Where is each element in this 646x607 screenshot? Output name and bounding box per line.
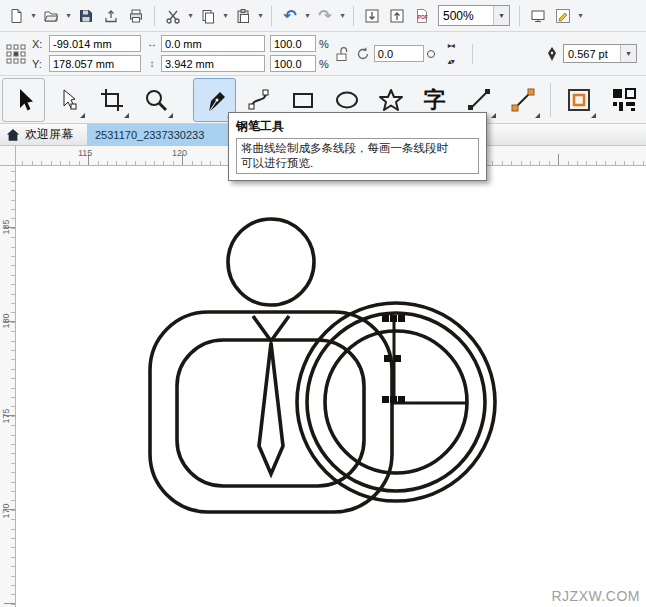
redo-button[interactable]: ↷ xyxy=(313,4,337,28)
open-folder-icon xyxy=(43,8,59,24)
drawing-artwork xyxy=(16,166,646,607)
mirror-group: ▸◂ ▴▾ xyxy=(440,39,462,68)
line-icon xyxy=(465,86,493,114)
propbar-separator xyxy=(472,44,473,64)
pick-arrow-icon xyxy=(10,86,38,114)
connector-tool[interactable] xyxy=(501,78,544,122)
lock-icon xyxy=(334,46,350,62)
object-width-field[interactable] xyxy=(161,35,265,52)
toolbar-separator xyxy=(519,6,520,26)
crop-icon xyxy=(98,86,126,114)
cut-button[interactable] xyxy=(161,4,185,28)
size-group: ↔ ↕ xyxy=(146,35,265,72)
share-button[interactable] xyxy=(99,4,123,28)
monitor-icon xyxy=(530,8,546,24)
ruler-tick-label: 185 xyxy=(1,212,15,242)
degree-icon xyxy=(427,50,435,58)
person-head-circle xyxy=(228,219,314,305)
shape-tool[interactable] xyxy=(46,78,89,122)
mirror-vertical-icon: ▴▾ xyxy=(448,57,454,66)
shape-edit-icon xyxy=(54,86,82,114)
tooltip-line-1: 将曲线绘制成多条线段，每画一条线段时 xyxy=(241,141,474,156)
cut-flyout-caret[interactable]: ▾ xyxy=(186,4,195,28)
vertical-ruler[interactable]: 185 180 175 170 xyxy=(0,166,16,607)
mirror-horizontal-button[interactable]: ▸◂ xyxy=(440,39,462,52)
undo-button[interactable]: ↶ xyxy=(278,4,302,28)
paste-icon xyxy=(235,8,251,24)
document-tab-label: 2531170_2337330233 xyxy=(95,129,204,141)
tooltip-line-2: 可以进行预览. xyxy=(241,156,474,171)
flyout-indicator xyxy=(491,113,496,118)
object-origin-widget[interactable] xyxy=(5,43,27,65)
save-button[interactable] xyxy=(74,4,98,28)
mirror-vertical-button[interactable]: ▴▾ xyxy=(440,55,462,68)
ruler-origin-corner[interactable] xyxy=(0,146,16,166)
object-height-icon: ↕ xyxy=(146,58,158,69)
tab-welcome-screen[interactable]: 欢迎屏幕 xyxy=(0,124,87,145)
magnifier-icon xyxy=(142,86,170,114)
x-label: X: xyxy=(32,38,46,50)
open-flyout-caret[interactable]: ▾ xyxy=(64,4,73,28)
outline-width-input[interactable] xyxy=(564,45,620,62)
drawing-canvas[interactable]: RJZXW.COM xyxy=(16,166,646,607)
object-height-field[interactable] xyxy=(161,55,265,72)
copy-button[interactable] xyxy=(196,4,220,28)
curve-icon xyxy=(245,86,273,114)
print-button[interactable] xyxy=(124,4,148,28)
redo-flyout-caret[interactable]: ▾ xyxy=(338,4,347,28)
outline-width-dropdown-caret[interactable]: ▾ xyxy=(620,45,636,62)
pen-nib-icon xyxy=(201,86,229,114)
qr-code-tool[interactable] xyxy=(602,78,645,122)
lock-ratio-button[interactable] xyxy=(334,46,350,62)
origin-grid-icon xyxy=(5,43,27,65)
rectangle-icon xyxy=(289,86,317,114)
new-document-icon xyxy=(8,8,24,24)
watermark-text: RJZXW.COM xyxy=(552,588,641,604)
import-button[interactable] xyxy=(360,4,384,28)
new-document-flyout-caret[interactable]: ▾ xyxy=(29,4,38,28)
toolbox-separator xyxy=(550,83,551,117)
zoom-tool[interactable] xyxy=(134,78,177,122)
paste-flyout-caret[interactable]: ▾ xyxy=(256,4,265,28)
scale-group: % % xyxy=(270,35,329,72)
pick-tool[interactable] xyxy=(2,78,45,122)
zoom-level-combo: ▾ xyxy=(438,5,510,26)
application-launcher-button[interactable] xyxy=(551,4,575,28)
ruler-tick-label: 115 xyxy=(78,148,92,158)
copy-flyout-caret[interactable]: ▾ xyxy=(221,4,230,28)
undo-flyout-caret[interactable]: ▾ xyxy=(303,4,312,28)
x-position-field[interactable] xyxy=(49,35,141,52)
crop-tool[interactable] xyxy=(90,78,133,122)
y-position-field[interactable] xyxy=(49,55,141,72)
tab-document[interactable]: 2531170_2337330233 xyxy=(87,124,237,145)
zoom-level-input[interactable] xyxy=(439,6,493,25)
ruler-tick-label: 120 xyxy=(172,148,187,158)
launcher-flyout-caret[interactable]: ▾ xyxy=(576,4,585,28)
fullscreen-preview-button[interactable] xyxy=(526,4,550,28)
ellipse-icon xyxy=(333,86,361,114)
zoom-level-dropdown-caret[interactable]: ▾ xyxy=(493,6,509,25)
copy-icon xyxy=(200,8,216,24)
ruler-tick-label: 170 xyxy=(1,496,15,526)
export-button[interactable] xyxy=(385,4,409,28)
open-button[interactable] xyxy=(39,4,63,28)
paste-button[interactable] xyxy=(231,4,255,28)
frame-tool[interactable] xyxy=(557,78,600,122)
save-icon xyxy=(78,8,94,24)
scale-vertical-field[interactable] xyxy=(270,55,316,72)
import-icon xyxy=(364,8,380,24)
export-icon xyxy=(389,8,405,24)
toolbar-separator xyxy=(154,6,155,26)
object-width-icon: ↔ xyxy=(146,38,158,49)
svg-text:PDF: PDF xyxy=(418,14,428,20)
home-icon xyxy=(6,128,20,142)
scale-horizontal-field[interactable] xyxy=(270,35,316,52)
position-group: X: Y: xyxy=(32,35,141,72)
publish-pdf-button[interactable]: PDF xyxy=(410,4,434,28)
tooltip-title: 钢笔工具 xyxy=(236,118,479,135)
qr-code-icon xyxy=(610,86,638,114)
toolbar-separator xyxy=(271,6,272,26)
flyout-indicator xyxy=(168,113,173,118)
new-document-button[interactable] xyxy=(4,4,28,28)
rotation-angle-field[interactable] xyxy=(374,45,424,62)
